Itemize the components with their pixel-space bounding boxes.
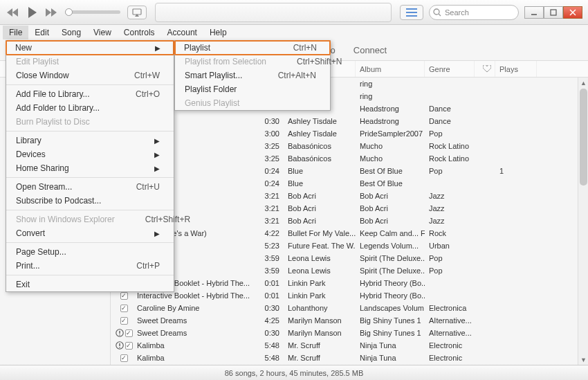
menu-item[interactable]: Page Setup...: [6, 245, 174, 259]
row-checkbox[interactable]: ✓: [120, 292, 128, 300]
airplay-button[interactable]: [127, 6, 147, 19]
cell-album: Hybrid Theory (Bo...: [356, 289, 425, 302]
song-row[interactable]: ✓aid0:30Ashley TisdaleHeadstrongDance: [111, 115, 588, 127]
row-checkbox[interactable]: ✓: [125, 342, 133, 350]
cell-genre: [425, 78, 475, 90]
cell-time: 4:22: [259, 227, 284, 239]
menu-item[interactable]: PlaylistCtrl+N: [174, 40, 331, 55]
song-row[interactable]: 3:21Bob AcriBob AcriJazz: [111, 202, 588, 215]
col-love[interactable]: [475, 61, 495, 77]
menubar: FileEditSongViewControlsAccountHelp: [0, 25, 588, 40]
cell-artist: Bullet For My Vale...: [284, 227, 356, 239]
menu-edit[interactable]: Edit: [28, 26, 55, 39]
cell-time: 0:30: [259, 115, 284, 127]
list-view-button[interactable]: [400, 5, 423, 20]
vertical-scrollbar[interactable]: ▲ ▼: [578, 78, 588, 365]
menu-item[interactable]: New▶: [6, 40, 174, 55]
row-checkbox[interactable]: ✓: [120, 305, 128, 312]
song-row[interactable]: 3:59Leona LewisSpirit (The Deluxe...Pop: [111, 252, 588, 264]
shortcut-label: Ctrl+W: [134, 71, 160, 80]
song-row[interactable]: 3:25BabasónicosMuchoRock Latino: [111, 152, 588, 165]
menu-item: Playlist from SelectionCtrl+Shift+N: [175, 55, 330, 69]
cell-plays: [495, 314, 537, 327]
menu-item[interactable]: Library▶: [6, 134, 174, 147]
song-row[interactable]: ✓Kalimba5:48Mr. ScruffNinja TunaElectron…: [111, 352, 588, 364]
cell-time: 5:23: [259, 239, 284, 252]
prev-button[interactable]: [6, 6, 21, 19]
song-row[interactable]: ✓Sweet Dreams0:30Marilyn MansonBig Shiny…: [111, 327, 588, 339]
next-button[interactable]: [44, 6, 59, 19]
cell-plays: [495, 277, 537, 289]
svg-point-4: [434, 9, 439, 15]
song-row[interactable]: 0:24BlueBest Of BluePop1: [111, 165, 588, 177]
menu-item[interactable]: Smart Playlist...Ctrl+Alt+N: [175, 69, 330, 82]
menu-view[interactable]: View: [87, 26, 118, 39]
menu-file[interactable]: File: [3, 26, 28, 39]
row-checkbox[interactable]: ✓: [120, 317, 128, 325]
status-bar: 86 songs, 2 hours, 45 minutes, 285.5 MB: [0, 365, 588, 380]
cell-genre: Pop: [425, 264, 475, 277]
cell-artist: Mr. Scruff: [284, 339, 356, 352]
cell-album: Headstrong: [356, 115, 425, 127]
menu-controls[interactable]: Controls: [118, 26, 161, 39]
minimize-button[interactable]: [524, 6, 544, 19]
song-row[interactable]: 3:25BabasónicosMuchoRock Latino: [111, 140, 588, 152]
menu-item[interactable]: Add Folder to Library...: [6, 101, 174, 115]
song-row[interactable]: ✓Interactive Booklet - Hybrid The...0:01…: [111, 289, 588, 302]
menu-account[interactable]: Account: [161, 26, 203, 39]
shortcut-label: Ctrl+N: [293, 43, 317, 53]
cell-time: 3:21: [259, 215, 284, 227]
cell-album: Mucho: [356, 140, 425, 152]
col-genre[interactable]: Genre: [425, 61, 475, 77]
song-row[interactable]: ✓Interactive Booklet - Hybrid The...0:01…: [111, 277, 588, 289]
menu-item[interactable]: Print...Ctrl+P: [6, 259, 174, 273]
cell-plays: [495, 127, 537, 140]
cell-genre: Rock: [425, 227, 475, 239]
menu-song[interactable]: Song: [55, 26, 87, 39]
tab-connect[interactable]: Connect: [353, 45, 387, 55]
song-row[interactable]: ✓aid3:00Ashley TisdalePrideSampler2007Po…: [111, 127, 588, 140]
col-album[interactable]: Album: [356, 61, 425, 77]
cell-genre: Rock Latino: [425, 152, 475, 165]
cell-genre: Pop: [425, 127, 475, 140]
song-row[interactable]: ✓Sweet Dreams4:25Marilyn MansonBig Shiny…: [111, 314, 588, 327]
cell-plays: [495, 352, 537, 364]
menu-item[interactable]: Close WindowCtrl+W: [6, 69, 174, 82]
menu-item[interactable]: Convert▶: [6, 226, 174, 240]
song-row[interactable]: 5:23Future Feat. The W...Legends Volum..…: [111, 239, 588, 252]
menu-help[interactable]: Help: [203, 26, 233, 39]
menu-item-label: Playlist: [184, 43, 210, 53]
player-toolbar: Search: [0, 0, 588, 25]
row-checkbox[interactable]: ✓: [120, 354, 128, 362]
cell-time: 4:25: [259, 314, 284, 327]
play-button[interactable]: [25, 6, 40, 19]
menu-item[interactable]: Subscribe to Podcast...: [6, 194, 174, 208]
scroll-thumb[interactable]: [580, 89, 587, 186]
col-plays[interactable]: Plays: [495, 61, 537, 77]
shortcut-label: Ctrl+Shift+N: [297, 57, 342, 66]
song-row[interactable]: ✓Caroline By Amine0:30LohanthonyLandscap…: [111, 302, 588, 314]
menu-item[interactable]: Home Sharing▶: [6, 161, 174, 175]
menu-item: Edit Playlist: [6, 55, 174, 69]
cell-artist: Linkin Park: [284, 289, 356, 302]
song-row[interactable]: ✓attle? (Here's a War)4:22Bullet For My …: [111, 227, 588, 239]
search-input[interactable]: Search: [429, 5, 519, 20]
song-row[interactable]: 0:24BlueBest Of Blue: [111, 177, 588, 190]
volume-slider[interactable]: [65, 10, 120, 14]
menu-item[interactable]: Add File to Library...Ctrl+O: [6, 87, 174, 101]
menu-item[interactable]: Devices▶: [6, 147, 174, 161]
song-row[interactable]: ✓I Will Be3:59Leona LewisSpirit (The Del…: [111, 264, 588, 277]
close-button[interactable]: [563, 6, 582, 19]
cell-artist: Future Feat. The W...: [284, 239, 356, 252]
row-checkbox[interactable]: ✓: [125, 329, 133, 337]
svg-rect-2: [406, 12, 417, 13]
song-row[interactable]: ✓Kalimba5:48Mr. ScruffNinja TunaElectron…: [111, 339, 588, 352]
menu-item[interactable]: Open Stream...Ctrl+U: [6, 180, 174, 194]
scroll-down-arrow[interactable]: ▼: [578, 354, 588, 365]
song-row[interactable]: 3:21Bob AcriBob AcriJazz: [111, 190, 588, 202]
menu-item[interactable]: Exit: [6, 278, 174, 291]
scroll-up-arrow[interactable]: ▲: [578, 78, 588, 88]
cell-artist: Linkin Park: [284, 277, 356, 289]
maximize-button[interactable]: [544, 6, 563, 19]
menu-item[interactable]: Playlist Folder: [175, 82, 330, 96]
